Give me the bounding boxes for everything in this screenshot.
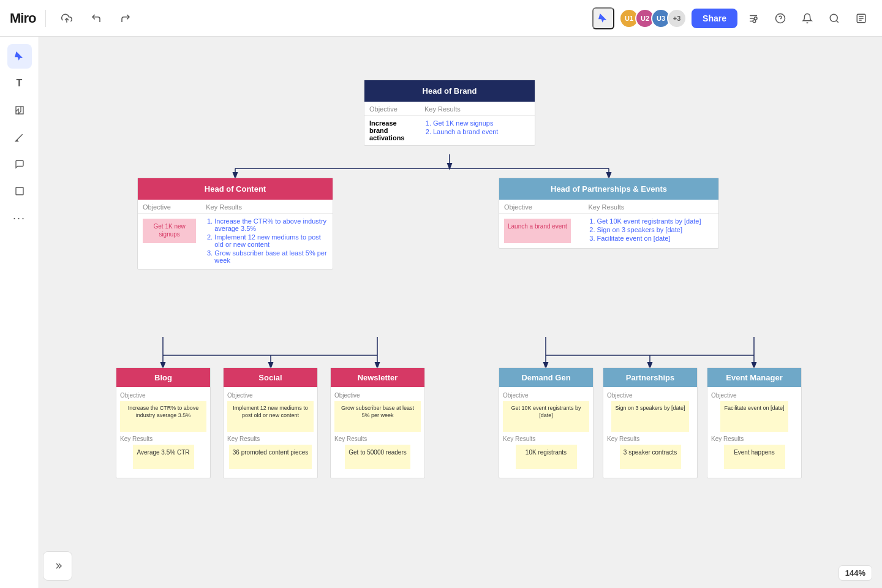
hob-kr-2: Launch a brand event xyxy=(433,128,530,135)
demandgen-kr-label: Key Results xyxy=(503,435,589,442)
demandgen-obj-sticky: Get 10K event registrants by [date] xyxy=(503,401,589,432)
head-of-brand-card: Head of Brand Objective Key Results Incr… xyxy=(364,80,535,146)
separator xyxy=(45,10,46,27)
hoc-sticky: Get 1K new signups xyxy=(143,219,196,243)
customize-icon[interactable] xyxy=(742,7,764,29)
connectors-svg xyxy=(100,74,835,588)
social-header: Social xyxy=(224,368,317,387)
topbar-right: U1 U2 U3 +3 Share xyxy=(592,7,872,29)
frame-tool[interactable] xyxy=(7,179,32,203)
cursor-icon[interactable] xyxy=(592,7,614,29)
svg-line-9 xyxy=(836,20,838,22)
newsletter-body: Objective Grow subscriber base at least … xyxy=(331,387,424,478)
blog-header: Blog xyxy=(116,368,210,387)
undo-button[interactable] xyxy=(85,7,107,29)
hob-objective: Increase brand activations xyxy=(364,116,420,146)
hob-kr-list: Get 1K new signups Launch a brand event xyxy=(420,116,535,146)
search-icon[interactable] xyxy=(823,7,845,29)
demand-gen-card: Demand Gen Objective Get 10K event regis… xyxy=(499,368,594,478)
hob-table: Objective Key Results Increase brand act… xyxy=(364,102,535,145)
text-tool[interactable]: T xyxy=(7,71,32,96)
partnerships-card: Partnerships Objective Sign on 3 speaker… xyxy=(603,368,698,478)
svg-point-5 xyxy=(753,20,756,23)
svg-point-8 xyxy=(830,14,837,21)
eventmgr-header: Event Manager xyxy=(707,368,801,387)
hop-kr-3: Facilitate event on [date] xyxy=(597,235,714,242)
share-button[interactable]: Share xyxy=(692,9,737,28)
partnerships-obj-sticky: Sign on 3 speakers by [date] xyxy=(611,401,688,432)
hob-obj-label: Objective xyxy=(364,102,420,116)
miro-logo: Miro xyxy=(10,10,36,26)
hop-kr-list: Get 10K event registrants by [date] Sign… xyxy=(584,214,718,249)
newsletter-obj-label: Objective xyxy=(334,392,421,399)
newsletter-kr-label: Key Results xyxy=(334,435,421,442)
hop-kr-1: Get 10K event registrants by [date] xyxy=(597,217,714,225)
social-obj-label: Objective xyxy=(227,392,314,399)
sidebar: T ··· xyxy=(0,37,39,588)
sticky-tool[interactable] xyxy=(7,98,32,123)
hoc-sticky-cell: Get 1K new signups xyxy=(138,214,201,270)
svg-rect-16 xyxy=(16,187,23,195)
partnerships-kr-label: Key Results xyxy=(607,435,693,442)
social-obj-sticky: Implement 12 new mediums to post old or … xyxy=(227,401,314,432)
hop-header: Head of Partnerships & Events xyxy=(499,178,718,200)
newsletter-kr-sticky: Get to 50000 readers xyxy=(345,445,410,469)
social-kr-sticky: 36 promoted content pieces xyxy=(229,445,312,469)
demandgen-obj-label: Objective xyxy=(503,392,589,399)
blog-kr-label: Key Results xyxy=(120,435,206,442)
hop-kr-2: Sign on 3 speakers by [date] xyxy=(597,226,714,233)
eventmgr-kr-label: Key Results xyxy=(711,435,797,442)
head-of-content-card: Head of Content Objective Key Results Ge… xyxy=(137,178,333,270)
demandgen-body: Objective Get 10K event registrants by [… xyxy=(499,387,593,478)
hop-sticky-cell: Launch a brand event xyxy=(499,214,584,249)
upload-button[interactable] xyxy=(56,7,78,29)
expand-panel-button[interactable] xyxy=(43,551,72,581)
topbar: Miro U1 U2 U3 +3 Share xyxy=(0,0,882,37)
canvas: Head of Brand Objective Key Results Incr… xyxy=(39,37,882,588)
hob-kr-label: Key Results xyxy=(420,102,535,116)
blog-body: Objective Increase the CTR% to above ind… xyxy=(116,387,210,478)
avatar-group: U1 U2 U3 +3 xyxy=(619,9,687,28)
event-manager-card: Event Manager Objective Facilitate event… xyxy=(707,368,802,478)
more-tools[interactable]: ··· xyxy=(7,206,32,230)
notes-icon[interactable] xyxy=(850,7,872,29)
demandgen-header: Demand Gen xyxy=(499,368,593,387)
hop-obj-label: Objective xyxy=(499,200,584,214)
hoc-kr-label: Key Results xyxy=(201,200,333,214)
eventmgr-obj-label: Objective xyxy=(711,392,797,399)
zoom-indicator: 144% xyxy=(839,565,872,581)
select-tool[interactable] xyxy=(7,44,32,69)
hoc-table: Objective Key Results Get 1K new signups… xyxy=(138,200,333,269)
newsletter-header: Newsletter xyxy=(331,368,424,387)
partnerships-body: Objective Sign on 3 speakers by [date] K… xyxy=(603,387,697,478)
eventmgr-obj-sticky: Facilitate event on [date] xyxy=(720,401,788,432)
notification-icon[interactable] xyxy=(796,7,818,29)
social-body: Objective Implement 12 new mediums to po… xyxy=(224,387,317,478)
comment-tool[interactable] xyxy=(7,152,32,176)
partnerships-header: Partnerships xyxy=(603,368,697,387)
blog-obj-sticky: Increase the CTR% to above industry aver… xyxy=(120,401,206,432)
blog-card: Blog Objective Increase the CTR% to abov… xyxy=(116,368,211,478)
newsletter-obj-sticky: Grow subscriber base at least 5% per wee… xyxy=(334,401,421,432)
blog-obj-label: Objective xyxy=(120,392,206,399)
eventmgr-kr-sticky: Event happens xyxy=(724,445,785,469)
hoc-obj-label: Objective xyxy=(138,200,201,214)
hoc-kr-2: Implement 12 new mediums to post old or … xyxy=(214,233,328,248)
pen-tool[interactable] xyxy=(7,125,32,149)
eventmgr-body: Objective Facilitate event on [date] Key… xyxy=(707,387,801,478)
redo-button[interactable] xyxy=(115,7,137,29)
hop-kr-label: Key Results xyxy=(584,200,718,214)
hoc-header: Head of Content xyxy=(138,178,333,200)
partnerships-kr-sticky: 3 speaker contracts xyxy=(620,445,681,469)
hop-table: Objective Key Results Launch a brand eve… xyxy=(499,200,718,248)
newsletter-card: Newsletter Objective Grow subscriber bas… xyxy=(330,368,425,478)
hop-sticky: Launch a brand event xyxy=(504,219,571,243)
hoc-kr-list: Increase the CTR% to above industry aver… xyxy=(201,214,333,270)
hoc-kr-1: Increase the CTR% to above industry aver… xyxy=(214,217,328,232)
social-kr-label: Key Results xyxy=(227,435,314,442)
hob-kr-1: Get 1K new signups xyxy=(433,119,530,127)
head-of-partnerships-card: Head of Partnerships & Events Objective … xyxy=(499,178,719,249)
avatar-count: +3 xyxy=(667,9,687,28)
hob-header: Head of Brand xyxy=(364,80,535,102)
help-icon[interactable] xyxy=(769,7,791,29)
